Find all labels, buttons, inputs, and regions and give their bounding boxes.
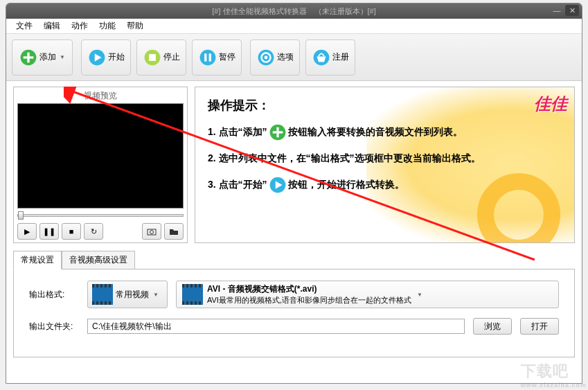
minimize-button[interactable]: — <box>550 5 564 16</box>
svg-rect-6 <box>149 54 156 61</box>
svg-rect-18 <box>272 131 283 133</box>
plus-circle-icon <box>19 48 37 67</box>
loop-button[interactable]: ↻ <box>84 223 103 240</box>
tips-panel: 佳佳 操作提示： 1. 点击“添加” 按钮输入将要转换的音视频文件到列表。 2.… <box>195 87 575 243</box>
svg-rect-8 <box>204 53 206 61</box>
options-button[interactable]: 选项 <box>250 39 300 76</box>
film-icon <box>182 284 203 305</box>
output-format-label: 输出格式: <box>29 289 79 301</box>
tips-title: 操作提示： <box>208 97 562 114</box>
format-select-button[interactable]: AVI - 音频视频交错格式(*.avi) AVI最常用的视频格式,语音和影像同… <box>176 281 559 308</box>
svg-rect-2 <box>24 56 34 58</box>
menu-function[interactable]: 功能 <box>93 19 121 33</box>
menubar: 文件 编辑 动作 功能 帮助 <box>6 19 582 34</box>
gear-icon <box>257 48 275 67</box>
preview-pause-button[interactable]: ❚❚ <box>39 223 59 240</box>
watermark: 下载吧 www.xiazaiba.com <box>521 361 587 389</box>
pause-button[interactable]: 暂停 <box>192 39 242 76</box>
browse-button[interactable]: 浏览 <box>473 318 512 335</box>
preview-title: 视频预览 <box>84 90 117 102</box>
play-circle-icon <box>269 176 287 194</box>
seek-slider[interactable] <box>17 211 184 220</box>
preview-stop-button[interactable]: ■ <box>62 223 81 240</box>
folder-icon <box>169 227 179 236</box>
add-button[interactable]: 添加 ▼ <box>12 39 73 76</box>
format-title: AVI - 音频视频交错格式(*.avi) <box>207 283 411 295</box>
close-button[interactable]: ✕ <box>565 5 579 16</box>
stop-button[interactable]: 停止 <box>136 39 186 76</box>
plus-circle-icon <box>269 123 287 141</box>
tab-advanced[interactable]: 音视频高级设置 <box>62 251 135 269</box>
output-folder-label: 输出文件夹: <box>29 321 79 333</box>
menu-file[interactable]: 文件 <box>10 19 38 33</box>
tip-3: 3. 点击“开始” 按钮，开始进行格式转换。 <box>208 176 562 194</box>
menu-edit[interactable]: 编辑 <box>38 19 66 33</box>
register-button[interactable]: 注册 <box>305 39 355 76</box>
film-icon <box>92 284 113 305</box>
open-button[interactable]: 打开 <box>520 318 559 335</box>
dropdown-icon: ▼ <box>417 292 422 298</box>
output-folder-input[interactable] <box>87 319 465 334</box>
toolbar: 添加 ▼ 开始 停止 暂停 选项 <box>6 34 582 81</box>
titlebar: [#] 佳佳全能视频格式转换器 （未注册版本）[#] — ✕ <box>6 3 582 19</box>
tip-1: 1. 点击“添加” 按钮输入将要转换的音视频文件到列表。 <box>208 123 562 141</box>
stop-circle-icon <box>143 48 161 67</box>
basket-icon <box>312 48 330 67</box>
tab-general[interactable]: 常规设置 <box>13 251 62 269</box>
menu-action[interactable]: 动作 <box>66 19 93 33</box>
svg-point-12 <box>264 55 267 59</box>
settings-panel: 输出格式: 常用视频 ▼ AVI - 音频视频交错格式(*.avi) AVI最常… <box>13 269 575 357</box>
start-button[interactable]: 开始 <box>81 39 131 76</box>
app-window: [#] 佳佳全能视频格式转换器 （未注册版本）[#] — ✕ 文件 编辑 动作 … <box>6 3 582 384</box>
tabs: 常规设置 音视频高级设置 <box>13 250 575 269</box>
svg-rect-9 <box>208 53 211 61</box>
tip-2: 2. 选中列表中文件，在“输出格式”选项框中更改当前输出格式。 <box>208 152 562 165</box>
window-title: [#] 佳佳全能视频格式转换器 （未注册版本）[#] <box>212 6 376 17</box>
pause-circle-icon <box>199 48 217 67</box>
snapshot-button[interactable] <box>142 223 161 240</box>
camera-icon <box>147 227 157 236</box>
folder-button[interactable] <box>164 223 184 240</box>
dropdown-icon: ▼ <box>60 54 65 60</box>
video-preview <box>17 103 184 209</box>
menu-help[interactable]: 帮助 <box>121 19 149 33</box>
svg-point-7 <box>199 49 215 65</box>
preview-panel: 视频预览 ▶ ❚❚ ■ ↻ <box>13 87 188 243</box>
play-circle-icon <box>88 48 106 67</box>
play-button[interactable]: ▶ <box>17 223 37 240</box>
window-controls: — ✕ <box>550 5 579 16</box>
format-desc: AVI最常用的视频格式,语音和影像同步组合在一起的文件格式 <box>207 295 411 305</box>
svg-point-15 <box>150 231 154 234</box>
dropdown-icon: ▼ <box>153 292 159 298</box>
format-category-button[interactable]: 常用视频 ▼ <box>87 281 168 308</box>
